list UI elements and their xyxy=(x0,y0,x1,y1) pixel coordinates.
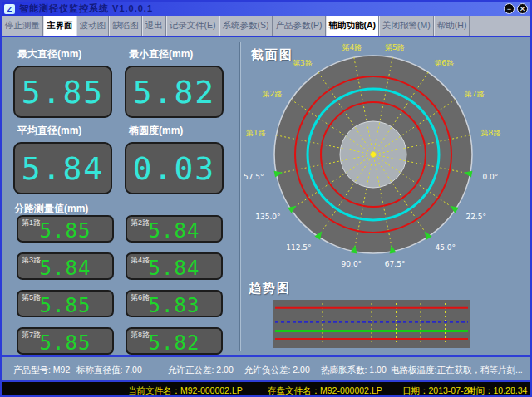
svg-text:112.5°: 112.5° xyxy=(286,243,311,252)
menu-bar: 停止测量 主界面 波动图 缺陷图 退出 记录文件(E) 系统参数(S) 产品参数… xyxy=(2,16,530,36)
channel-value: 5.84 xyxy=(127,219,221,243)
svg-text:第8路: 第8路 xyxy=(480,129,500,137)
param-board-temperature: 电路板温度:正在获取，稍等片刻... xyxy=(391,365,523,376)
svg-text:第5路: 第5路 xyxy=(385,43,405,51)
channel-display-6: 第6路 5.83 xyxy=(126,290,223,317)
minimize-button[interactable]: − xyxy=(504,3,515,14)
channel-display-4: 第4路 5.84 xyxy=(126,252,223,280)
trend-chart-title: 趋势图 xyxy=(249,281,291,297)
channel-display-8: 第8路 5.82 xyxy=(126,327,223,355)
window-title: 智能测径仪监控系统 V1.0.0.1 xyxy=(19,2,153,15)
gauge-display: 0.03 xyxy=(125,142,224,194)
menu-aux-functions[interactable]: 辅助功能(A) xyxy=(326,16,380,36)
svg-text:135.0°: 135.0° xyxy=(255,213,280,221)
app-window: Z 智能测径仪监控系统 V1.0.0.1 − ✕ 停止测量 主界面 波动图 缺陷… xyxy=(0,0,532,397)
gauge-display: 5.82 xyxy=(125,66,224,118)
menu-system-params[interactable]: 系统参数(S) xyxy=(219,16,273,36)
svg-text:第6路: 第6路 xyxy=(434,59,454,67)
gauge-value: 5.82 xyxy=(133,74,216,110)
channel-display-7: 第7路 5.85 xyxy=(17,327,114,355)
close-button[interactable]: ✕ xyxy=(517,3,528,14)
svg-text:45.0°: 45.0° xyxy=(435,243,456,252)
svg-text:第2路: 第2路 xyxy=(263,90,283,98)
app-icon: Z xyxy=(4,4,15,14)
gauge-ovality: 椭圆度(mm) 0.03 xyxy=(125,124,224,194)
channel-display-5: 第5路 5.85 xyxy=(17,290,114,317)
gauge-value: 5.84 xyxy=(22,150,105,187)
menu-fluctuation-chart[interactable]: 波动图 xyxy=(76,16,110,36)
gauge-label: 椭圆度(mm) xyxy=(129,124,224,138)
channel-value: 5.85 xyxy=(18,219,112,243)
parameter-bar: 产品型号: M92 标称直径值: 7.00 允许正公差: 2.00 允许负公差:… xyxy=(2,355,530,380)
channel-value: 5.82 xyxy=(127,331,221,355)
menu-help[interactable]: 帮助(H) xyxy=(434,16,470,36)
svg-text:第3路: 第3路 xyxy=(293,59,313,67)
panel-divider xyxy=(239,42,241,351)
status-current-file: 当前文件名：M92-000002.LP xyxy=(128,385,243,397)
menu-product-params[interactable]: 产品参数(P) xyxy=(273,16,326,36)
menu-record-file[interactable]: 记录文件(E) xyxy=(166,16,219,36)
channel-value: 5.85 xyxy=(18,331,112,355)
close-icon: ✕ xyxy=(520,5,526,13)
gauge-label: 最大直径(mm) xyxy=(17,47,112,61)
param-minus-tolerance: 允许负公差: 2.00 xyxy=(244,365,310,376)
channels-section-title: 分路测量值(mm) xyxy=(14,202,88,216)
gauge-display: 5.85 xyxy=(13,66,112,118)
svg-text:第1路: 第1路 xyxy=(246,129,266,137)
menu-defect-chart[interactable]: 缺陷图 xyxy=(109,16,142,36)
svg-text:22.5°: 22.5° xyxy=(466,213,486,221)
gauge-display: 5.84 xyxy=(13,142,112,194)
svg-text:67.5°: 67.5° xyxy=(385,260,406,268)
svg-text:第4路: 第4路 xyxy=(342,43,362,51)
svg-text:第7路: 第7路 xyxy=(465,90,485,98)
status-saved-file: 存盘文件名：M92-000002.LP xyxy=(268,385,382,397)
param-product-model: 产品型号: M92 xyxy=(13,365,70,376)
param-nominal-diameter: 标称直径值: 7.00 xyxy=(76,365,142,376)
channel-value: 5.84 xyxy=(127,257,221,280)
svg-text:0.0°: 0.0° xyxy=(482,173,498,181)
minimize-icon: − xyxy=(507,5,511,13)
gauge-value: 0.03 xyxy=(133,150,216,187)
channel-display-1: 第1路 5.85 xyxy=(17,215,114,243)
section-chart: 第8路第7路第6路第5路第4路第3路第2路第1路0.0°22.5°45.0°67… xyxy=(244,41,530,287)
gauge-label: 最小直径(mm) xyxy=(129,47,224,61)
svg-text:157.5°: 157.5° xyxy=(244,173,264,181)
svg-text:90.0°: 90.0° xyxy=(342,260,362,268)
gauge-max-diameter: 最大直径(mm) 5.85 xyxy=(13,47,112,118)
main-area: 最大直径(mm) 5.85 最小直径(mm) 5.82 平均直径(mm) 5.8… xyxy=(2,36,530,355)
menu-stop-measure[interactable]: 停止测量 xyxy=(2,16,43,36)
menu-exit[interactable]: 退出 xyxy=(142,16,166,36)
gauge-avg-diameter: 平均直径(mm) 5.84 xyxy=(13,124,112,194)
status-date: 日期：2013-07-24 xyxy=(402,385,473,397)
trend-chart xyxy=(273,300,470,348)
param-plus-tolerance: 允许正公差: 2.00 xyxy=(168,365,234,376)
channel-value: 5.83 xyxy=(127,294,221,317)
gauge-label: 平均直径(mm) xyxy=(17,124,112,138)
channel-display-3: 第3路 5.84 xyxy=(17,252,114,280)
channel-value: 5.85 xyxy=(18,294,112,317)
channel-value: 5.84 xyxy=(18,257,112,280)
status-bar: 当前文件名：M92-000002.LP 存盘文件名：M92-000002.LP … xyxy=(2,380,530,395)
status-time: 时间：10.28.34 xyxy=(467,385,527,397)
gauge-min-diameter: 最小直径(mm) 5.82 xyxy=(125,47,224,118)
menu-close-alarm[interactable]: 关闭报警(M) xyxy=(379,16,434,36)
title-bar: Z 智能测径仪监控系统 V1.0.0.1 − ✕ xyxy=(2,2,530,16)
channel-display-2: 第2路 5.84 xyxy=(126,215,223,243)
gauge-value: 5.85 xyxy=(22,74,105,110)
param-expansion-coeff: 热膨胀系数: 1.00 xyxy=(321,365,387,376)
menu-main-screen[interactable]: 主界面 xyxy=(43,16,76,36)
